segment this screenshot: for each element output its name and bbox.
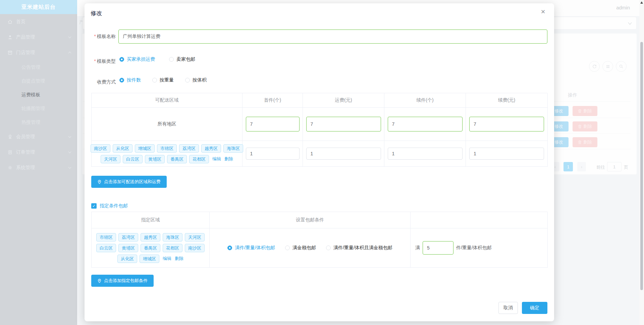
district-tag: 越秀区 bbox=[201, 144, 221, 153]
district-tag: 市辖区 bbox=[157, 144, 177, 153]
chevron-up-icon bbox=[68, 51, 72, 55]
first-piece-input[interactable] bbox=[246, 148, 300, 160]
trash-icon bbox=[578, 124, 582, 128]
radio-free-by-money[interactable]: 满金额包邮 bbox=[285, 245, 316, 251]
close-icon[interactable]: ✕ bbox=[539, 8, 547, 15]
template-name-input[interactable] bbox=[118, 30, 547, 44]
sidebar-item-store[interactable]: 门店管理 bbox=[0, 45, 77, 60]
location-pin-icon bbox=[97, 180, 102, 184]
scrollbar-thumb[interactable] bbox=[640, 42, 643, 290]
pagination-unit-label: 页 bbox=[624, 164, 628, 170]
pagination-goto-input[interactable] bbox=[607, 162, 622, 171]
district-tag: 荔湾区 bbox=[118, 233, 138, 241]
cond-col-region: 指定区域 bbox=[92, 212, 210, 228]
sidebar-item-home[interactable]: 首页 bbox=[0, 14, 77, 30]
chevron-down-icon bbox=[628, 21, 632, 25]
radio-buyer-pays[interactable]: 买家承担运费 bbox=[119, 56, 155, 62]
pagination-goto-label: 前往 bbox=[596, 164, 605, 170]
district-tag: 增城区 bbox=[135, 144, 155, 153]
district-tag: 花都区 bbox=[163, 244, 182, 252]
dialog-title: 修改 bbox=[91, 9, 102, 17]
scrollbar-up-arrow[interactable] bbox=[640, 1, 643, 4]
checkbox-checked-icon: ✓ bbox=[91, 203, 97, 209]
sidebar-item-carousel[interactable]: 轮播图管理 bbox=[0, 102, 77, 115]
medal-icon bbox=[7, 134, 13, 140]
row-delete-button[interactable]: 删除 bbox=[573, 121, 597, 131]
radio-by-volume[interactable]: 按体积 bbox=[185, 77, 207, 83]
district-tag: 海珠区 bbox=[163, 233, 182, 241]
grid-icon[interactable] bbox=[602, 61, 613, 72]
additional-fee-input[interactable] bbox=[469, 148, 544, 160]
threshold-prefix: 满 bbox=[415, 245, 420, 251]
sidebar-item-announcements[interactable]: 公告管理 bbox=[0, 60, 77, 74]
fee-input[interactable] bbox=[306, 117, 381, 131]
delete-regions-link[interactable]: 删除 bbox=[224, 156, 233, 162]
radio-seller-free[interactable]: 卖家包邮 bbox=[169, 56, 195, 62]
free-shipping-checkbox[interactable]: ✓ 指定条件包邮 bbox=[91, 203, 128, 209]
app-title: 亚米建站后台 bbox=[21, 4, 56, 11]
district-tag: 番禺区 bbox=[141, 244, 160, 252]
threshold-input[interactable] bbox=[423, 241, 453, 255]
fee-col-additional-fee: 续费(元) bbox=[466, 93, 548, 108]
cancel-button[interactable]: 取消 bbox=[498, 302, 518, 314]
vertical-scrollbar[interactable] bbox=[639, 0, 644, 325]
district-tag: 番禺区 bbox=[167, 155, 187, 163]
fee-col-region: 可配送区域 bbox=[92, 93, 243, 108]
radio-free-by-amount-count[interactable]: 满件/重量/体积包邮 bbox=[227, 245, 275, 251]
additional-fee-input[interactable] bbox=[469, 117, 544, 131]
first-piece-input[interactable] bbox=[246, 117, 300, 131]
add-condition-button[interactable]: 点击添加指定包邮条件 bbox=[91, 275, 154, 287]
additional-piece-input[interactable] bbox=[388, 148, 463, 160]
refresh-icon[interactable] bbox=[589, 61, 600, 72]
additional-piece-input[interactable] bbox=[388, 117, 463, 131]
radio-free-by-both[interactable]: 满件/重量/体积且满金额包邮 bbox=[326, 245, 392, 251]
cond-col-condition: 设置包邮条件 bbox=[210, 212, 411, 228]
sidebar-item-members[interactable]: 会员管理 bbox=[0, 129, 77, 145]
district-tag: 黄埔区 bbox=[145, 155, 165, 163]
sidebar-item-hot-search[interactable]: 热搜管理 bbox=[0, 115, 77, 129]
trash-icon bbox=[578, 109, 582, 113]
district-tag: 越秀区 bbox=[141, 233, 160, 241]
confirm-button[interactable]: 确定 bbox=[522, 302, 547, 314]
sidebar-item-pickup-points[interactable]: 自提点管理 bbox=[0, 74, 77, 88]
edit-condition-regions-link[interactable]: 编辑 bbox=[163, 256, 171, 262]
add-region-button[interactable]: 点击添加可配送的区域和运费 bbox=[91, 176, 167, 188]
chevron-down-icon bbox=[68, 35, 72, 39]
region-district-list: 南沙区从化区增城区市辖区荔湾区越秀区海珠区 天河区白云区黄埔区番禺区花都区 编辑… bbox=[92, 141, 243, 167]
template-type-label: 模板类型 bbox=[97, 58, 116, 64]
charge-method-label: 收费方式 bbox=[97, 79, 116, 85]
edit-regions-link[interactable]: 编辑 bbox=[212, 156, 221, 162]
district-tag: 南沙区 bbox=[91, 144, 110, 153]
condition-table: 指定区域 设置包邮条件 市辖区荔湾区越秀区海珠区天河区 白云区黄埔区番禺区花都区… bbox=[91, 212, 547, 268]
edit-template-dialog: 修改 ✕ *模板名称 *模板类型 买家承担运费 卖家包邮 收费方式 按件数 按重… bbox=[85, 3, 554, 321]
row-delete-button[interactable]: 删除 bbox=[573, 137, 597, 147]
sidebar-item-products[interactable]: 产品管理 bbox=[0, 30, 77, 45]
chevron-down-icon bbox=[68, 166, 72, 170]
sidebar-item-shipping-templates[interactable]: 运费模板 bbox=[0, 88, 77, 102]
chevron-down-icon bbox=[68, 150, 72, 154]
threshold-suffix: 件/重量/体积包邮 bbox=[456, 245, 492, 251]
search-icon[interactable] bbox=[616, 61, 627, 72]
radio-by-piece[interactable]: 按件数 bbox=[119, 77, 141, 83]
region-all: 所有地区 bbox=[92, 108, 243, 141]
user-menu[interactable]: admin bbox=[616, 5, 630, 10]
district-tag: 天河区 bbox=[185, 233, 205, 241]
district-tag: 从化区 bbox=[113, 144, 132, 153]
district-tag: 从化区 bbox=[117, 255, 137, 263]
chevron-down-icon bbox=[68, 135, 72, 139]
delete-condition-regions-link[interactable]: 删除 bbox=[175, 256, 183, 262]
pagination-next[interactable]: › bbox=[577, 162, 586, 171]
cond-col-blank bbox=[411, 212, 548, 228]
location-pin-icon bbox=[97, 279, 102, 283]
district-tag: 荔湾区 bbox=[179, 144, 199, 153]
sidebar: 亚米建站后台 首页 产品管理 门店管理 公告管理 自提点管理 运费模板 轮播图管… bbox=[0, 0, 77, 325]
sidebar-item-system[interactable]: 系统管理 bbox=[0, 160, 77, 175]
fee-input[interactable] bbox=[306, 148, 381, 160]
district-tag: 花都区 bbox=[189, 155, 209, 163]
app-logo: 亚米建站后台 bbox=[0, 0, 77, 14]
sidebar-item-orders[interactable]: 订单管理 bbox=[0, 145, 77, 160]
radio-by-weight[interactable]: 按重量 bbox=[152, 77, 174, 83]
condition-district-list: 市辖区荔湾区越秀区海珠区天河区 白云区黄埔区番禺区花都区南沙区 从化区增城区 编… bbox=[92, 228, 210, 268]
pagination-page-1[interactable]: 1 bbox=[564, 162, 573, 171]
row-delete-button[interactable]: 删除 bbox=[573, 106, 597, 116]
